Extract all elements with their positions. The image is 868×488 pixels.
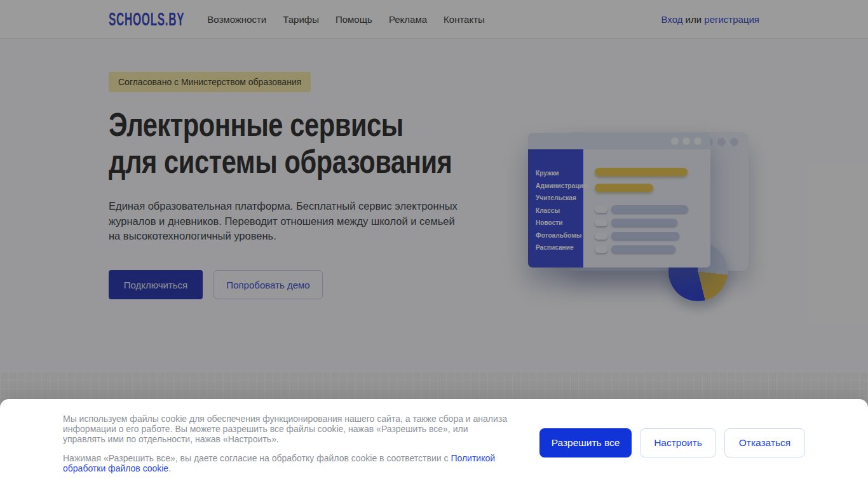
configure-cookies-button[interactable]: Настроить	[640, 428, 716, 458]
cookie-paragraph-1: Мы используем файлы cookie для обеспечен…	[63, 414, 512, 444]
cookie-paragraph-2-text: Нажимая «Разрешить все», вы даете соглас…	[63, 453, 451, 463]
cookie-text: Мы используем файлы cookie для обеспечен…	[63, 414, 512, 473]
decline-cookies-button[interactable]: Отказаться	[724, 428, 805, 458]
cookie-paragraph-2: Нажимая «Разрешить все», вы даете соглас…	[63, 453, 512, 473]
cookie-buttons: Разрешить все Настроить Отказаться	[539, 428, 805, 458]
cookie-consent-banner: Мы используем файлы cookie для обеспечен…	[0, 399, 868, 488]
allow-all-cookies-button[interactable]: Разрешить все	[539, 428, 632, 458]
cookie-paragraph-2-period: .	[168, 463, 171, 473]
